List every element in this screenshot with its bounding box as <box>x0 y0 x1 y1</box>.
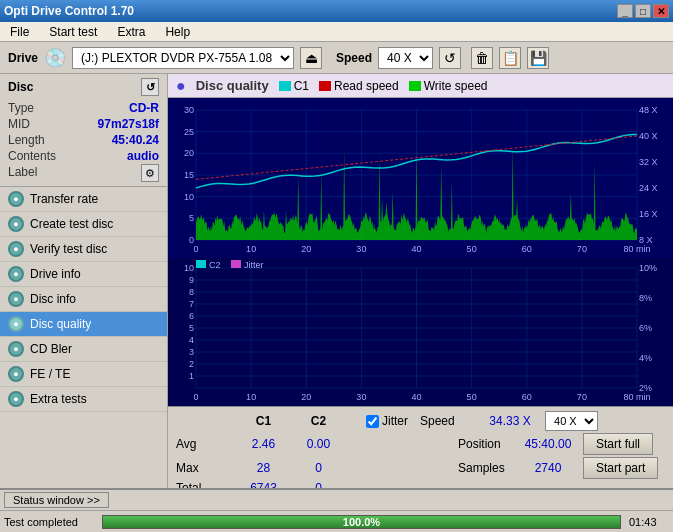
disc-label-key: Label <box>8 164 37 182</box>
legend-read-color <box>319 81 331 91</box>
create-test-disc-icon: ● <box>8 216 24 232</box>
refresh-button[interactable]: ↺ <box>439 47 461 69</box>
sidebar-item-drive-info[interactable]: ●Drive info <box>0 262 167 287</box>
jitter-checkbox[interactable] <box>366 415 379 428</box>
sidebar-item-extra-tests[interactable]: ●Extra tests <box>0 387 167 412</box>
disc-mid-key: MID <box>8 116 30 132</box>
close-button[interactable]: ✕ <box>653 4 669 18</box>
cd-bler-icon: ● <box>8 341 24 357</box>
status-window-button[interactable]: Status window >> <box>4 492 109 508</box>
max-c1: 28 <box>236 461 291 475</box>
jitter-checkbox-container: Jitter <box>366 414 408 428</box>
legend-write-color <box>409 81 421 91</box>
speed-stat-label: Speed <box>420 414 475 428</box>
title-bar: Opti Drive Control 1.70 _ □ ✕ <box>0 0 673 22</box>
stats-avg-row: Avg 2.46 0.00 Position 45:40.00 Start fu… <box>176 433 665 455</box>
legend-write-label: Write speed <box>424 79 488 93</box>
drive-selector[interactable]: (J:) PLEXTOR DVDR PX-755A 1.08 <box>72 47 294 69</box>
copy-button[interactable]: 📋 <box>499 47 521 69</box>
disc-contents-key: Contents <box>8 148 56 164</box>
legend-read: Read speed <box>319 79 399 93</box>
disc-refresh-button[interactable]: ↺ <box>141 78 159 96</box>
disc-quality-icon: ● <box>176 77 186 95</box>
sidebar-item-disc-info[interactable]: ●Disc info <box>0 287 167 312</box>
app-body: Disc ↺ Type CD-R MID 97m27s18f Length 45… <box>0 74 673 532</box>
progress-text: 100.0% <box>103 516 620 528</box>
stats-c2-header: C2 <box>291 414 346 428</box>
c1-chart <box>168 98 673 258</box>
menu-help[interactable]: Help <box>159 23 196 41</box>
disc-mid-row: MID 97m27s18f <box>8 116 159 132</box>
start-part-button[interactable]: Start part <box>583 457 658 479</box>
chart-header: ● Disc quality C1 Read speed Write speed <box>168 74 673 98</box>
status-top: Status window >> <box>0 490 673 511</box>
disc-info-icon: ● <box>8 291 24 307</box>
sidebar-item-fe-te[interactable]: ●FE / TE <box>0 362 167 387</box>
disc-info-label: Disc info <box>30 292 76 306</box>
fe-te-icon: ● <box>8 366 24 382</box>
legend-c1: C1 <box>279 79 309 93</box>
c2-chart <box>168 258 673 406</box>
disc-label-button[interactable]: ⚙ <box>141 164 159 182</box>
total-c2: 0 <box>291 481 346 488</box>
sidebar-item-verify-test-disc[interactable]: ●Verify test disc <box>0 237 167 262</box>
disc-quality-icon: ● <box>8 316 24 332</box>
disc-header: Disc ↺ <box>8 78 159 96</box>
drive-info-icon: ● <box>8 266 24 282</box>
transfer-rate-label: Transfer rate <box>30 192 98 206</box>
disc-length-row: Length 45:40.24 <box>8 132 159 148</box>
transfer-rate-icon: ● <box>8 191 24 207</box>
maximize-button[interactable]: □ <box>635 4 651 18</box>
sidebar-item-disc-quality[interactable]: ●Disc quality <box>0 312 167 337</box>
save-button[interactable]: 💾 <box>527 47 549 69</box>
extra-tests-icon: ● <box>8 391 24 407</box>
stats-total-row: Total 6743 0 <box>176 481 665 488</box>
speed-label: Speed <box>336 51 372 65</box>
avg-c2: 0.00 <box>291 437 346 451</box>
extra-tests-label: Extra tests <box>30 392 87 406</box>
window-controls: _ □ ✕ <box>617 4 669 18</box>
avg-label: Avg <box>176 437 236 451</box>
sidebar-item-transfer-rate[interactable]: ●Transfer rate <box>0 187 167 212</box>
sidebar-item-cd-bler[interactable]: ●CD Bler <box>0 337 167 362</box>
verify-test-disc-icon: ● <box>8 241 24 257</box>
status-bottom: Test completed 100.0% 01:43 <box>0 511 673 532</box>
stats-panel: C1 C2 Jitter Speed 34.33 X 40 X Avg 2.46 <box>168 406 673 488</box>
menu-bar: File Start test Extra Help <box>0 22 673 42</box>
chart-title: Disc quality <box>196 78 269 93</box>
max-label: Max <box>176 461 236 475</box>
disc-title: Disc <box>8 80 33 94</box>
legend-c1-color <box>279 81 291 91</box>
verify-test-disc-label: Verify test disc <box>30 242 107 256</box>
minimize-button[interactable]: _ <box>617 4 633 18</box>
menu-extra[interactable]: Extra <box>111 23 151 41</box>
drive-icon: 💿 <box>44 47 66 69</box>
menu-file[interactable]: File <box>4 23 35 41</box>
speed-selector[interactable]: 40 X <box>378 47 433 69</box>
status-bar: Status window >> Test completed 100.0% 0… <box>0 488 673 532</box>
eraser-button[interactable]: 🗑 <box>471 47 493 69</box>
right-panel: ● Disc quality C1 Read speed Write speed <box>168 74 673 488</box>
disc-panel: Disc ↺ Type CD-R MID 97m27s18f Length 45… <box>0 74 167 187</box>
eject-button[interactable]: ⏏ <box>300 47 322 69</box>
position-val: 45:40.00 <box>513 437 583 451</box>
disc-contents-val: audio <box>127 148 159 164</box>
stats-speed-selector[interactable]: 40 X <box>545 411 598 431</box>
samples-label: Samples <box>458 461 513 475</box>
avg-c1: 2.46 <box>236 437 291 451</box>
charts-wrapper <box>168 98 673 406</box>
progress-bar-container: 100.0% <box>102 515 621 529</box>
sidebar-item-create-test-disc[interactable]: ●Create test disc <box>0 212 167 237</box>
total-c1: 6743 <box>236 481 291 488</box>
disc-label-row: Label ⚙ <box>8 164 159 182</box>
start-full-button[interactable]: Start full <box>583 433 653 455</box>
disc-length-val: 45:40.24 <box>112 132 159 148</box>
disc-length-key: Length <box>8 132 45 148</box>
stats-header-row: C1 C2 Jitter Speed 34.33 X 40 X <box>176 411 665 431</box>
disc-contents-row: Contents audio <box>8 148 159 164</box>
menu-start-test[interactable]: Start test <box>43 23 103 41</box>
drive-info-label: Drive info <box>30 267 81 281</box>
jitter-label: Jitter <box>382 414 408 428</box>
sidebar: Disc ↺ Type CD-R MID 97m27s18f Length 45… <box>0 74 168 488</box>
time-display: 01:43 <box>629 516 669 528</box>
